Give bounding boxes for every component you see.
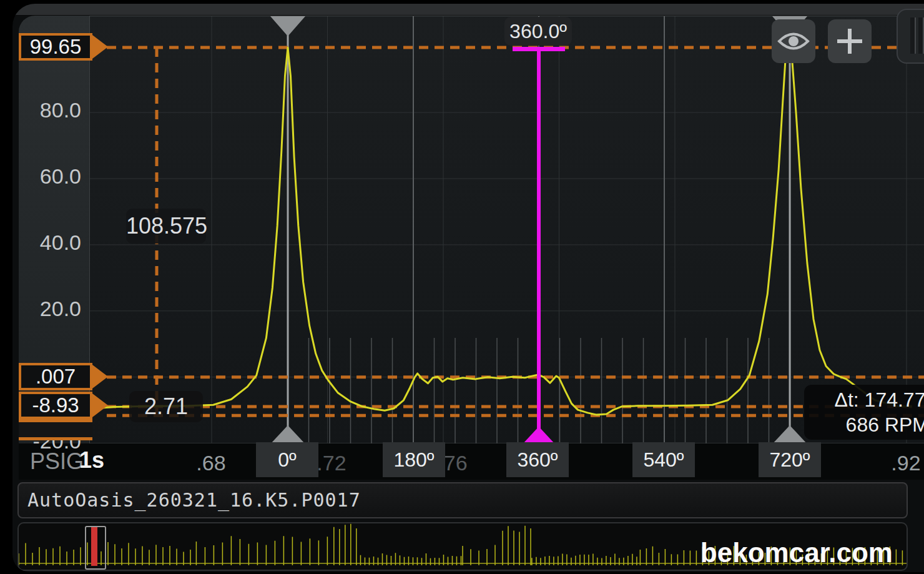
delta-t-rpm-readout: Δt: 174.77 m 686 RPM — [804, 385, 924, 440]
time-tick-68: .68 — [183, 451, 239, 475]
eye-icon — [777, 31, 810, 52]
plus-icon — [836, 27, 863, 55]
side-panel-handle[interactable] — [897, 9, 924, 64]
overview-cursor-bar — [91, 527, 97, 566]
degree-marker-0[interactable]: 0º — [256, 442, 318, 477]
visibility-button[interactable] — [772, 19, 815, 63]
filename-text: AutoOasis_260321_16.K5.P0017 — [27, 489, 361, 511]
timebase-label[interactable]: 1s — [79, 447, 104, 473]
handle-ridge — [918, 17, 924, 54]
rpm-value: 686 RPM — [804, 412, 924, 437]
degree-marker-720[interactable]: 720º — [759, 442, 821, 477]
pressure-waveform-chart[interactable] — [90, 16, 924, 444]
scope-app-window: 80.0 60.0 40.0 20.0 -20.0 99.65 .007 -8.… — [12, 4, 924, 572]
time-tick-92: .92 — [878, 451, 924, 475]
overview-view-cursor[interactable] — [85, 526, 106, 570]
y-axis-unit-label: PSIG — [30, 448, 84, 475]
degree-marker-360[interactable]: 360º — [506, 442, 569, 477]
degree-marker-180[interactable]: 180º — [383, 442, 445, 477]
delta-y-small-label: 2.71 — [129, 391, 203, 422]
watermark-text: bekomcar.com — [700, 537, 893, 568]
rotation-cursor-label[interactable]: 360.0º — [504, 17, 572, 46]
top-header-strip — [12, 4, 924, 16]
handle-ridge — [910, 17, 916, 54]
cursor-flag-min[interactable]: -8.93 — [19, 392, 92, 419]
y-tick-40: 40.0 — [19, 230, 81, 255]
delta-y-label: 108.575 — [126, 209, 206, 244]
cursor-flag-zero[interactable]: .007 — [19, 363, 92, 390]
y-tick-60: 60.0 — [19, 164, 81, 189]
y-tick-20: 20.0 — [19, 297, 81, 321]
add-button[interactable] — [828, 19, 872, 63]
delta-t-value: Δt: 174.77 m — [804, 387, 924, 412]
overview-scrub-strip[interactable]: bekomcar.com — [17, 522, 908, 571]
filename-bar[interactable]: AutoOasis_260321_16.K5.P0017 — [17, 482, 908, 518]
cursor-flag-max[interactable]: 99.65 — [19, 33, 92, 61]
plot-area[interactable] — [89, 16, 924, 444]
cursor-flag-clipped[interactable] — [19, 419, 92, 440]
degree-marker-540[interactable]: 540º — [632, 442, 695, 477]
y-tick-80: 80.0 — [19, 98, 81, 122]
